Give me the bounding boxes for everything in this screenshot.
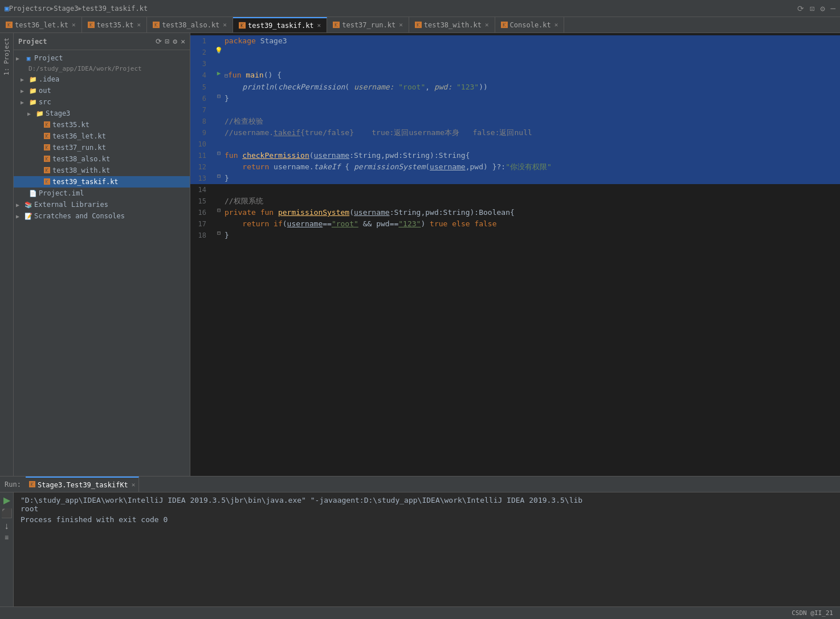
tree-item-src[interactable]: 📁 src — [14, 96, 190, 108]
tree-label-out: out — [39, 87, 187, 95]
tree-label-stage3: Stage3 — [46, 109, 187, 117]
code-line-4: 4 ▶ ⊟fun main() { — [190, 70, 840, 82]
tree-item-stage3[interactable]: 📁 Stage3 — [14, 108, 190, 119]
line-num-12: 12 — [190, 161, 213, 173]
sidebar: Project ⟳ ⊡ ⚙ ✕ ▣ Project D:/study_app/I… — [14, 33, 190, 476]
tree-item-test39[interactable]: 🅺 test39_taskif.kt — [14, 176, 190, 188]
tab-close-btn[interactable]: ✕ — [554, 21, 558, 28]
line-content-12: return username.takeIf { permissionSyste… — [225, 161, 840, 173]
tree-item-idea[interactable]: 📁 .idea — [14, 74, 190, 85]
code-line-6: 6 ⊟ } — [190, 93, 840, 104]
folder-icon-out: 📁 — [28, 86, 38, 95]
code-line-16: 16 ⊟ private fun permissionSystem(userna… — [190, 207, 840, 218]
sync-icon[interactable]: ⟳ — [797, 4, 804, 13]
sidebar-settings-icon[interactable]: ⚙ — [173, 37, 177, 46]
line-gutter-13: ⊟ — [213, 173, 225, 179]
line-num-1: 1 — [190, 35, 213, 47]
top-file-label[interactable]: test39_taskif.kt — [82, 5, 148, 13]
tab-test37-run[interactable]: 🅺 test37_run.kt ✕ — [327, 17, 409, 33]
line-content-6: } — [225, 93, 840, 104]
run-play-btn[interactable]: ▶ — [3, 495, 10, 506]
tree-item-path: D:/study_app/IDEA/work/Project — [14, 64, 190, 74]
file-icon-test39: 🅺 — [42, 177, 51, 186]
tree-label-project-iml: Project.iml — [39, 189, 187, 197]
editor-content[interactable]: 1 package Stage3 2 💡 3 4 ▶ ⊟fun main() { — [190, 33, 840, 476]
tab-test36-let[interactable]: 🅺 test36_let.kt ✕ — [0, 17, 82, 33]
tab-close-btn[interactable]: ✕ — [317, 22, 321, 29]
line-gutter-4: ▶ — [213, 70, 225, 77]
tab-close-btn[interactable]: ✕ — [137, 21, 141, 28]
run-output[interactable]: "D:\study_app\IDEA\work\IntelliJ IDEA 20… — [14, 492, 840, 606]
main-layout: 1: Project Project ⟳ ⊡ ⚙ ✕ ▣ Project D:/… — [0, 33, 840, 476]
tree-item-test37[interactable]: 🅺 test37_run.kt — [14, 142, 190, 153]
run-tab-close[interactable]: ✕ — [132, 481, 136, 488]
tab-file-icon: 🅺 — [153, 21, 160, 29]
sidebar-header: Project ⟳ ⊡ ⚙ ✕ — [14, 33, 190, 50]
tab-test38-also[interactable]: 🅺 test38_also.kt ✕ — [147, 17, 233, 33]
fold-icon-18: ⊟ — [217, 230, 221, 236]
run-tab-stage3[interactable]: 🅺 Stage3.Test39_taskifKt ✕ — [26, 477, 140, 492]
line-num-7: 7 — [190, 104, 213, 116]
run-list-btn[interactable]: ≡ — [5, 534, 9, 541]
line-content-1: package Stage3 — [225, 35, 840, 47]
expand-arrow — [16, 55, 23, 62]
tab-close-btn[interactable]: ✕ — [485, 21, 489, 28]
line-content-4: ⊟fun main() { — [225, 70, 840, 82]
tree-item-test36[interactable]: 🅺 test36_let.kt — [14, 131, 190, 142]
line-num-8: 8 — [190, 116, 213, 127]
top-bar: ▣ Project src ▶ Stage3 ▶ test39_taskif.k… — [0, 0, 840, 17]
tree-item-out[interactable]: 📁 out — [14, 85, 190, 96]
run-icon[interactable]: ▶ — [217, 70, 221, 77]
run-stop-btn[interactable]: ⬛ — [1, 508, 13, 519]
tree-item-project-iml[interactable]: 📄 Project.iml — [14, 188, 190, 199]
tab-close-btn[interactable]: ✕ — [399, 21, 403, 28]
tab-test35[interactable]: 🅺 test35.kt ✕ — [82, 17, 148, 33]
code-line-12: 12 return username.takeIf { permissionSy… — [190, 161, 840, 173]
top-stage3-label[interactable]: Stage3 — [54, 5, 78, 13]
editor-area: 1 package Stage3 2 💡 3 4 ▶ ⊟fun main() { — [190, 33, 840, 476]
line-content-16: private fun permissionSystem(username:St… — [225, 207, 840, 218]
tree-label-scratches: Scratches and Consoles — [34, 212, 187, 220]
code-line-5: 5 println(checkPermission( username: "ro… — [190, 82, 840, 93]
tree-item-test38-also[interactable]: 🅺 test38_also.kt — [14, 153, 190, 165]
tab-console[interactable]: 🅺 Console.kt ✕ — [495, 17, 565, 33]
project-sidebar-btn[interactable]: 1: Project — [2, 35, 11, 78]
tree-item-scratches[interactable]: 📝 Scratches and Consoles — [14, 210, 190, 222]
line-num-14: 14 — [190, 184, 213, 196]
code-line-17: 17 return if(username=="root" && pwd=="1… — [190, 218, 840, 230]
run-down-btn[interactable]: ↓ — [5, 521, 9, 531]
sidebar-expand-icon[interactable]: ⊡ — [165, 37, 170, 46]
fold-icon-6: ⊟ — [217, 93, 221, 99]
line-gutter-11: ⊟ — [213, 150, 225, 156]
line-num-11: 11 — [190, 150, 213, 161]
line-content-9: //username.takeif{true/false} true:返回use… — [225, 127, 840, 139]
file-icon-test35: 🅺 — [42, 120, 51, 129]
tab-close-btn[interactable]: ✕ — [72, 21, 76, 28]
bulb-icon[interactable]: 💡 — [215, 47, 223, 54]
line-content-5: println(checkPermission( username: "root… — [225, 82, 840, 93]
top-src-label[interactable]: src — [38, 5, 50, 13]
line-gutter-18: ⊟ — [213, 230, 225, 236]
minimize-icon[interactable]: ─ — [831, 4, 835, 13]
tab-test39-taskif[interactable]: 🅺 test39_taskif.kt ✕ — [233, 17, 327, 33]
run-toolbar: ▶ ⬛ ↓ ≡ — [0, 492, 14, 606]
tree-item-ext-libs[interactable]: 📚 External Libraries — [14, 199, 190, 210]
sidebar-close-icon[interactable]: ✕ — [181, 37, 185, 46]
tree-label-test38-with: test38_with.kt — [52, 166, 187, 174]
line-content-18: } — [225, 230, 840, 241]
run-output-line-2: root — [21, 504, 833, 513]
sidebar-sync-icon[interactable]: ⟳ — [156, 37, 162, 46]
line-num-17: 17 — [190, 218, 213, 230]
iml-icon: 📄 — [28, 189, 38, 198]
tree-item-project[interactable]: ▣ Project — [14, 52, 190, 64]
tab-file-icon: 🅺 — [88, 21, 95, 29]
tab-close-btn[interactable]: ✕ — [223, 21, 227, 28]
code-line-14: 14 — [190, 184, 840, 196]
tree-item-test38-with[interactable]: 🅺 test38_with.kt — [14, 165, 190, 176]
settings-icon[interactable]: ⚙ — [820, 4, 825, 13]
expand-icon[interactable]: ⊡ — [810, 4, 814, 13]
tab-file-icon: 🅺 — [333, 21, 340, 29]
top-project-label[interactable]: Project — [9, 5, 38, 13]
tab-test38-with[interactable]: 🅺 test38_with.kt ✕ — [409, 17, 495, 33]
tree-item-test35[interactable]: 🅺 test35.kt — [14, 119, 190, 131]
